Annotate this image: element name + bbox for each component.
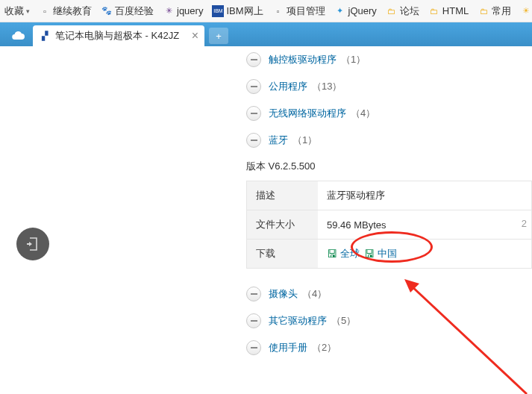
driver-row-utility: 公用程序 （13） xyxy=(246,73,532,100)
download-global-link[interactable]: 全球 xyxy=(340,247,360,260)
download-value: 🖫 全球 🖫 中国 xyxy=(318,240,531,268)
driver-row-wifi: 无线网络驱动程序 （4） xyxy=(246,100,532,127)
driver-count: （4） xyxy=(302,287,327,301)
minus-icon xyxy=(251,59,257,60)
minus-icon xyxy=(251,320,257,322)
bookmark-label: jQuery xyxy=(348,5,377,16)
driver-link[interactable]: 公用程序 xyxy=(269,80,307,93)
tab-title: 笔记本电脑与超极本 - K42JZ xyxy=(55,29,179,43)
bookmark-bar: 收藏▾ ▫继续教育 🐾百度经验 ✳jquery IBMIBM网上 ▫项目管理 ✦… xyxy=(0,0,532,22)
driver-count: （4） xyxy=(351,107,375,120)
driver-count: （1） xyxy=(292,134,317,147)
bookmark-label: IBM网上 xyxy=(226,4,263,18)
bookmark-label: HTML xyxy=(442,5,469,16)
bookmark-favorites[interactable]: 收藏▾ xyxy=(1,3,33,19)
bookmark-label: 继续教育 xyxy=(53,4,92,18)
bookmark-label: 收藏 xyxy=(4,4,24,18)
minus-icon xyxy=(251,347,257,348)
bookmark-label: 论坛 xyxy=(400,4,419,18)
collapse-button[interactable] xyxy=(246,133,261,148)
size-value: 59.46 MBytes xyxy=(318,210,531,239)
driver-row-camera: 摄像头 （4） xyxy=(246,281,532,307)
driver-row-manual: 使用手册 （2） xyxy=(246,334,532,361)
collapse-button[interactable] xyxy=(246,52,261,67)
driver-row-other: 其它驱动程序 （5） xyxy=(246,307,532,334)
jquery-icon: ✳ xyxy=(163,5,175,17)
bookmark-jquery1[interactable]: ✳jquery xyxy=(160,4,206,19)
folder-icon: 🗀 xyxy=(428,5,440,17)
bookmark-common[interactable]: 🗀常用 xyxy=(475,3,514,19)
desc-label: 描述 xyxy=(247,181,318,210)
bookmark-html[interactable]: 🗀HTML xyxy=(425,4,472,19)
driver-link[interactable]: 其它驱动程序 xyxy=(269,314,327,328)
jquery-icon: ✦ xyxy=(334,5,346,17)
driver-link[interactable]: 蓝牙 xyxy=(269,134,288,147)
table-row: 文件大小 59.46 MBytes 2 xyxy=(247,210,531,240)
table-row: 下载 🖫 全球 🖫 中国 xyxy=(247,240,531,269)
new-tab-button[interactable]: + xyxy=(209,28,228,44)
minus-icon xyxy=(251,140,257,141)
bookmark-lotus[interactable]: ☀LOTUS xyxy=(517,4,532,19)
bookmark-jquery2[interactable]: ✦jQuery xyxy=(331,4,380,19)
collapse-button[interactable] xyxy=(246,287,261,301)
back-float-button[interactable] xyxy=(16,228,49,260)
plus-icon: + xyxy=(216,31,222,42)
folder-icon: 🗀 xyxy=(386,5,398,17)
ibm-icon: IBM xyxy=(212,5,224,17)
page-content: 触控板驱动程序 （1） 公用程序 （13） 无线网络驱动程序 （4） 蓝牙 （1… xyxy=(0,46,532,394)
return-icon xyxy=(25,236,40,252)
download-china-link[interactable]: 中国 xyxy=(378,247,397,260)
page-icon: ▫ xyxy=(39,5,51,17)
driver-link[interactable]: 无线网络驱动程序 xyxy=(269,107,346,120)
bookmark-label: 项目管理 xyxy=(287,4,325,18)
version-text: 版本 V6.2.5.500 xyxy=(246,160,532,173)
driver-link[interactable]: 使用手册 xyxy=(269,341,307,354)
tab-active[interactable]: ▞ 笔记本电脑与超极本 - K42JZ × xyxy=(33,25,204,46)
baidu-icon: 🐾 xyxy=(101,5,113,17)
bookmark-label: 百度经验 xyxy=(115,4,154,18)
folder-icon: 🗀 xyxy=(478,5,489,17)
bookmark-edu[interactable]: ▫继续教育 xyxy=(36,3,95,19)
minus-icon xyxy=(251,113,257,114)
cloud-icon xyxy=(10,31,25,41)
cloud-button[interactable] xyxy=(6,25,30,46)
table-row: 描述 蓝牙驱动程序 xyxy=(247,181,531,210)
driver-link[interactable]: 触控板驱动程序 xyxy=(269,53,337,66)
chevron-down-icon: ▾ xyxy=(26,7,30,15)
bookmark-ibm[interactable]: IBMIBM网上 xyxy=(209,3,266,19)
close-icon[interactable]: × xyxy=(192,29,198,43)
driver-count: （1） xyxy=(341,53,366,66)
bookmark-label: 常用 xyxy=(492,4,511,18)
driver-count: （5） xyxy=(331,314,356,328)
collapse-button[interactable] xyxy=(246,340,261,355)
bookmark-label: jquery xyxy=(177,5,203,16)
size-label: 文件大小 xyxy=(247,210,318,239)
save-icon: 🖫 xyxy=(327,248,337,260)
driver-row-touchpad: 触控板驱动程序 （1） xyxy=(246,46,532,73)
save-icon: 🖫 xyxy=(364,248,375,260)
page-icon: ▫ xyxy=(272,5,284,17)
lotus-icon: ☀ xyxy=(520,5,532,17)
bookmark-project[interactable]: ▫项目管理 xyxy=(269,3,328,19)
site-icon: ▞ xyxy=(39,30,51,42)
desc-value: 蓝牙驱动程序 xyxy=(318,181,531,210)
bookmark-forum[interactable]: 🗀论坛 xyxy=(383,3,422,19)
minus-icon xyxy=(251,293,257,295)
driver-count: （13） xyxy=(312,80,342,93)
size-count: 2 xyxy=(522,218,527,229)
tab-bar: ▞ 笔记本电脑与超极本 - K42JZ × + xyxy=(0,22,532,46)
minus-icon xyxy=(251,86,257,87)
collapse-button[interactable] xyxy=(246,313,261,328)
driver-link[interactable]: 摄像头 xyxy=(269,287,298,301)
detail-table: 描述 蓝牙驱动程序 文件大小 59.46 MBytes 2 下载 🖫 全球 🖫 … xyxy=(246,181,532,269)
download-label: 下载 xyxy=(247,240,318,268)
driver-count: （2） xyxy=(312,341,337,354)
collapse-button[interactable] xyxy=(246,79,261,94)
driver-row-bluetooth: 蓝牙 （1） xyxy=(246,127,532,154)
bookmark-baidu[interactable]: 🐾百度经验 xyxy=(98,3,157,19)
collapse-button[interactable] xyxy=(246,106,261,121)
